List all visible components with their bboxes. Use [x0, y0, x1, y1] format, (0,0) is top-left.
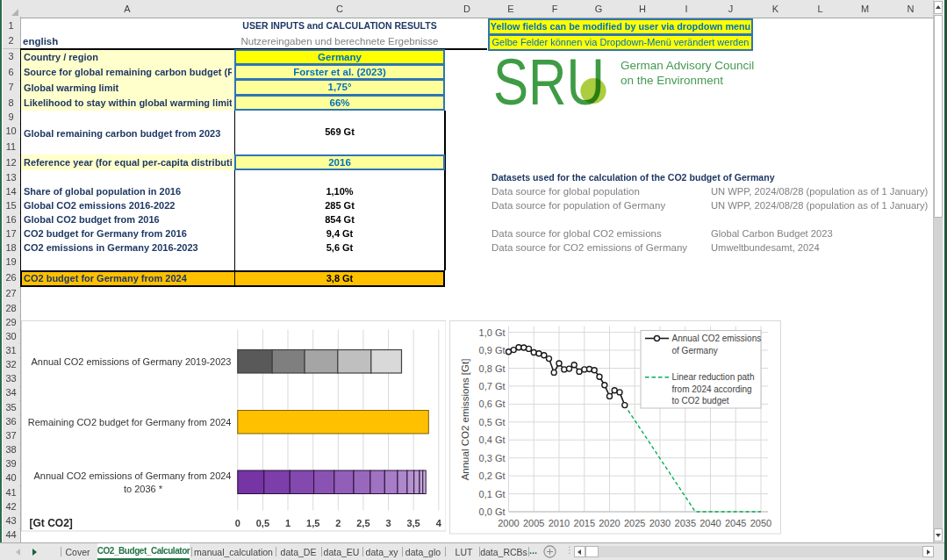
svg-text:2025: 2025 — [623, 518, 644, 528]
svg-text:Annual CO2 emissions of German: Annual CO2 emissions of Germany from 202… — [33, 470, 231, 481]
svg-text:2,5: 2,5 — [356, 518, 369, 528]
svg-text:0,5 Gt: 0,5 Gt — [478, 417, 505, 427]
svg-text:0,2 Gt: 0,2 Gt — [478, 470, 505, 481]
svg-text:0,3 Gt: 0,3 Gt — [478, 453, 505, 463]
svg-text:2000: 2000 — [498, 518, 519, 528]
svg-text:Remaining CO2 budget for Germa: Remaining CO2 budget for Germany from 20… — [27, 417, 231, 427]
svg-text:Annual CO2 emissions: Annual CO2 emissions — [671, 334, 761, 343]
svg-text:to CO2 budget: to CO2 budget — [671, 396, 728, 406]
svg-text:2045: 2045 — [724, 518, 745, 528]
svg-text:1,0 Gt: 1,0 Gt — [478, 327, 505, 338]
svg-text:0,6 Gt: 0,6 Gt — [478, 398, 505, 409]
svg-text:German Advisory Council: German Advisory Council — [621, 59, 754, 72]
svg-text:1,5: 1,5 — [306, 518, 319, 528]
svg-text:2040: 2040 — [699, 518, 721, 528]
svg-text:3,5: 3,5 — [406, 518, 420, 528]
svg-text:2005: 2005 — [522, 518, 543, 528]
svg-text:0,8 Gt: 0,8 Gt — [478, 363, 505, 374]
svg-text:0,7 Gt: 0,7 Gt — [478, 381, 505, 391]
svg-text:2030: 2030 — [649, 518, 670, 528]
svg-text:2050: 2050 — [750, 518, 771, 528]
svg-text:[Gt CO2]: [Gt CO2] — [29, 517, 72, 529]
svg-text:2020: 2020 — [599, 518, 620, 528]
svg-text:2010: 2010 — [548, 518, 569, 528]
svg-text:Linear reduction path: Linear reduction path — [671, 372, 754, 382]
svg-text:Annual CO2 emissions [Gt]: Annual CO2 emissions [Gt] — [459, 359, 470, 481]
svg-text:0,9 Gt: 0,9 Gt — [478, 345, 505, 355]
svg-text:to 2036 *: to 2036 * — [123, 484, 162, 494]
svg-text:0,0 Gt: 0,0 Gt — [478, 506, 505, 517]
svg-text:4: 4 — [435, 518, 441, 528]
svg-text:0: 0 — [234, 518, 240, 528]
svg-text:on the Environment: on the Environment — [621, 74, 723, 87]
svg-text:2015: 2015 — [573, 518, 594, 528]
svg-text:2: 2 — [335, 518, 341, 528]
svg-text:0,5: 0,5 — [255, 518, 269, 528]
svg-text:of Germany: of Germany — [671, 346, 717, 355]
svg-text:2035: 2035 — [674, 518, 695, 528]
svg-text:0,1 Gt: 0,1 Gt — [478, 489, 505, 499]
svg-text:from 2024 according: from 2024 according — [671, 384, 751, 394]
svg-text:Annual CO2 emissions of German: Annual CO2 emissions of Germany 2019-202… — [31, 356, 231, 367]
svg-text:1: 1 — [284, 518, 290, 528]
svg-text:3: 3 — [385, 518, 391, 528]
svg-text:0,4 Gt: 0,4 Gt — [478, 434, 505, 445]
